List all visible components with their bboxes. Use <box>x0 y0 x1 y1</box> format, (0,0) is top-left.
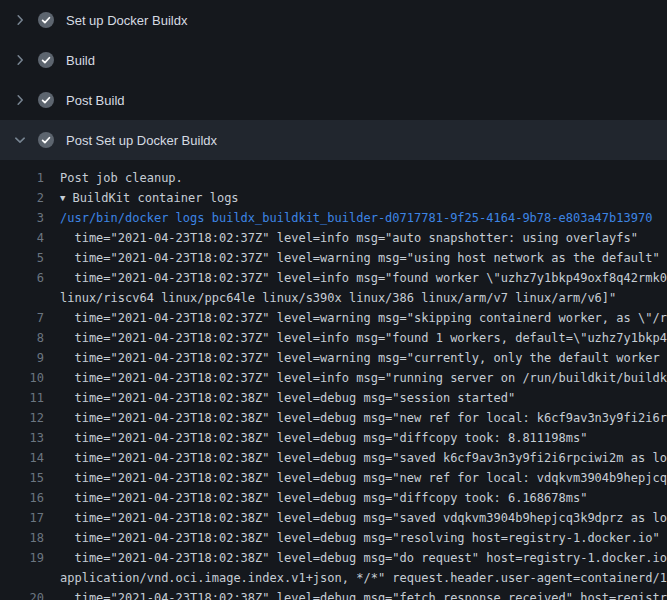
log-line: 3 /usr/bin/docker logs buildx_buildkit_b… <box>0 208 667 228</box>
log-line-number[interactable]: 9 <box>0 348 44 368</box>
log-line: 18 time="2021-04-23T18:02:38Z" level=deb… <box>0 528 667 548</box>
log-line-number[interactable]: 15 <box>0 468 44 488</box>
log-line-number[interactable]: 13 <box>0 428 44 448</box>
log-line-number[interactable]: 17 <box>0 508 44 528</box>
log-line-text: time="2021-04-23T18:02:38Z" level=debug … <box>60 468 667 488</box>
log-line-number[interactable]: 2 <box>0 188 44 208</box>
log-line-text: application/vnd.oci.image.index.v1+json,… <box>60 568 667 588</box>
log-line-number[interactable]: 19 <box>0 548 44 568</box>
log-line-text: time="2021-04-23T18:02:38Z" level=debug … <box>60 548 667 568</box>
log-line: linux/riscv64 linux/ppc64le linux/s390x … <box>0 288 667 308</box>
step-label: Build <box>66 53 95 68</box>
log-line: 4 time="2021-04-23T18:02:37Z" level=info… <box>0 228 667 248</box>
log-line-text: time="2021-04-23T18:02:37Z" level=warnin… <box>60 348 667 368</box>
chevron-right-icon <box>12 52 28 68</box>
log-line-number[interactable]: 7 <box>0 308 44 328</box>
log-line-text: time="2021-04-23T18:02:37Z" level=warnin… <box>60 248 660 268</box>
step-label: Post Set up Docker Buildx <box>66 133 217 148</box>
log-line-number[interactable]: 4 <box>0 228 44 248</box>
log-line-number[interactable] <box>0 568 44 588</box>
log-line-text: time="2021-04-23T18:02:38Z" level=debug … <box>60 488 587 508</box>
log-line-text: time="2021-04-23T18:02:37Z" level=info m… <box>60 368 667 388</box>
log-line-text: time="2021-04-23T18:02:38Z" level=debug … <box>60 588 667 600</box>
log-line-number[interactable]: 10 <box>0 368 44 388</box>
log-lines: 1 Post job cleanup. 2 ▼ BuildKit contain… <box>0 160 667 600</box>
log-line: 13 time="2021-04-23T18:02:38Z" level=deb… <box>0 428 667 448</box>
log-line-text: time="2021-04-23T18:02:38Z" level=debug … <box>60 428 587 448</box>
log-line: 6 time="2021-04-23T18:02:37Z" level=info… <box>0 268 667 288</box>
log-line-text: time="2021-04-23T18:02:38Z" level=debug … <box>60 528 660 548</box>
step-label: Set up Docker Buildx <box>66 13 187 28</box>
log-line: 15 time="2021-04-23T18:02:38Z" level=deb… <box>0 468 667 488</box>
check-circle-icon <box>38 92 54 108</box>
log-line: 10 time="2021-04-23T18:02:37Z" level=inf… <box>0 368 667 388</box>
log-line-text: /usr/bin/docker logs buildx_buildkit_bui… <box>60 208 652 228</box>
log-line-text: time="2021-04-23T18:02:37Z" level=info m… <box>60 268 667 288</box>
check-circle-icon <box>38 132 54 148</box>
log-line-number[interactable]: 16 <box>0 488 44 508</box>
log-line-text: time="2021-04-23T18:02:37Z" level=info m… <box>60 328 667 348</box>
log-line-text: Post job cleanup. <box>60 168 183 188</box>
log-line: 12 time="2021-04-23T18:02:38Z" level=deb… <box>0 408 667 428</box>
step-header[interactable]: Build <box>0 40 667 80</box>
log-line-text: BuildKit container logs <box>72 188 238 208</box>
log-line: 14 time="2021-04-23T18:02:38Z" level=deb… <box>0 448 667 468</box>
log-line-number[interactable]: 3 <box>0 208 44 228</box>
actions-log-viewer: Set up Docker Buildx Build <box>0 0 667 600</box>
log-line-number[interactable]: 6 <box>0 268 44 288</box>
log-line-number[interactable]: 5 <box>0 248 44 268</box>
log-line-text: time="2021-04-23T18:02:37Z" level=info m… <box>60 228 638 248</box>
log-line: 19 time="2021-04-23T18:02:38Z" level=deb… <box>0 548 667 568</box>
log-line-text: time="2021-04-23T18:02:37Z" level=warnin… <box>60 308 667 328</box>
step-header[interactable]: Post Build <box>0 80 667 120</box>
log-line: 9 time="2021-04-23T18:02:37Z" level=warn… <box>0 348 667 368</box>
chevron-down-icon <box>12 132 28 148</box>
chevron-right-icon <box>12 92 28 108</box>
log-line-number[interactable]: 14 <box>0 448 44 468</box>
step-header[interactable]: Set up Docker Buildx <box>0 0 667 40</box>
log-line: application/vnd.oci.image.index.v1+json,… <box>0 568 667 588</box>
log-line-text: linux/riscv64 linux/ppc64le linux/s390x … <box>60 288 616 308</box>
log-line: 20 time="2021-04-23T18:02:38Z" level=deb… <box>0 588 667 600</box>
log-line-number[interactable]: 12 <box>0 408 44 428</box>
log-line: 2 ▼ BuildKit container logs <box>0 188 667 208</box>
log-line-number[interactable]: 18 <box>0 528 44 548</box>
check-circle-icon <box>38 12 54 28</box>
log-line-text: time="2021-04-23T18:02:38Z" level=debug … <box>60 388 515 408</box>
log-line: 16 time="2021-04-23T18:02:38Z" level=deb… <box>0 488 667 508</box>
check-circle-icon <box>38 52 54 68</box>
log-line: 17 time="2021-04-23T18:02:38Z" level=deb… <box>0 508 667 528</box>
chevron-right-icon <box>12 12 28 28</box>
log-line-number[interactable]: 1 <box>0 168 44 188</box>
log-line-number[interactable] <box>0 288 44 308</box>
log-line-text: time="2021-04-23T18:02:38Z" level=debug … <box>60 408 667 428</box>
step-label: Post Build <box>66 93 125 108</box>
log-line: 1 Post job cleanup. <box>0 168 667 188</box>
log-line-number[interactable]: 8 <box>0 328 44 348</box>
log-line: 5 time="2021-04-23T18:02:37Z" level=warn… <box>0 248 667 268</box>
log-group-caret-icon[interactable]: ▼ <box>60 188 65 208</box>
step-header[interactable]: Post Set up Docker Buildx <box>0 120 667 160</box>
log-line: 7 time="2021-04-23T18:02:37Z" level=warn… <box>0 308 667 328</box>
steps-list: Set up Docker Buildx Build <box>0 0 667 160</box>
log-line-number[interactable]: 11 <box>0 388 44 408</box>
log-line: 11 time="2021-04-23T18:02:38Z" level=deb… <box>0 388 667 408</box>
log-line-text: time="2021-04-23T18:02:38Z" level=debug … <box>60 448 667 468</box>
log-line-text: time="2021-04-23T18:02:38Z" level=debug … <box>60 508 667 528</box>
log-line-number[interactable]: 20 <box>0 588 44 600</box>
log-line: 8 time="2021-04-23T18:02:37Z" level=info… <box>0 328 667 348</box>
